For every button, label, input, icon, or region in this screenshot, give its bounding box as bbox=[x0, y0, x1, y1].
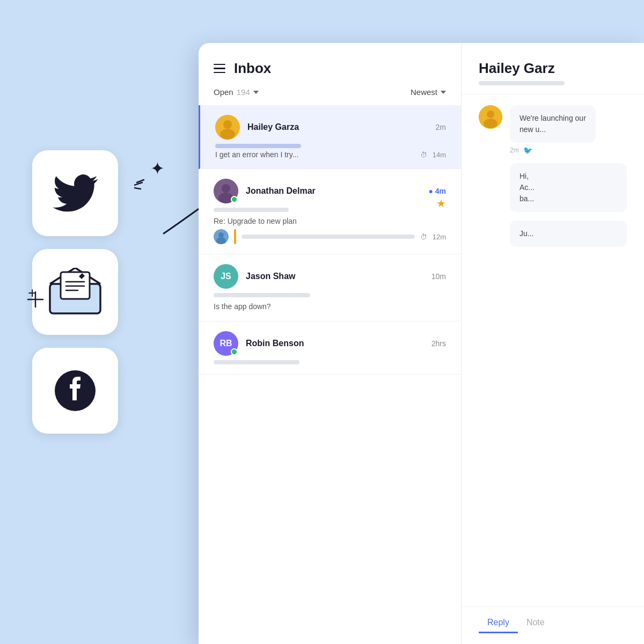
inbox-filters: Open 194 Newest bbox=[199, 87, 461, 105]
message-content-2: Hi,Ac...ba... bbox=[510, 163, 627, 212]
tab-note[interactable]: Note bbox=[518, 613, 553, 633]
detail-header: Hailey Garz bbox=[462, 43, 644, 94]
conv-preview-bar-jason bbox=[214, 293, 310, 297]
twitter-source-icon: 🐦 bbox=[523, 146, 532, 155]
inbox-panel: Inbox Open 194 Newest bbox=[199, 43, 462, 644]
reply-tabs: Reply Note bbox=[479, 607, 627, 633]
conv-time-robin: 2hrs bbox=[431, 339, 446, 348]
clock-icon-jonathan: ⏱ bbox=[420, 233, 427, 241]
open-filter-label: Open bbox=[214, 87, 233, 97]
email-icon-box[interactable] bbox=[32, 249, 118, 335]
conv-time2-jonathan: 12m bbox=[433, 233, 446, 241]
facebook-icon-box[interactable] bbox=[32, 348, 118, 434]
svg-point-20 bbox=[484, 119, 497, 128]
conv-time-jonathan: ● 4m bbox=[428, 187, 446, 195]
conversation-item-hailey[interactable]: Hailey Garza 2m I get an error when I tr… bbox=[199, 105, 461, 169]
open-filter-button[interactable]: Open 194 bbox=[214, 87, 259, 97]
avatar-jason: JS bbox=[214, 264, 238, 289]
social-icons-container bbox=[32, 150, 118, 434]
conv-subject-jonathan: Re: Upgrade to new plan bbox=[214, 217, 297, 225]
conv-name-jonathan: Jonathan Delmar bbox=[246, 186, 316, 196]
avatar-jonathan bbox=[214, 179, 238, 203]
svg-point-13 bbox=[222, 184, 230, 193]
sort-label: Newest bbox=[411, 87, 437, 97]
conv-time2-hailey: 14m bbox=[433, 151, 446, 159]
conv-preview-bar-hailey bbox=[215, 144, 301, 148]
detail-contact-name: Hailey Garz bbox=[479, 60, 627, 77]
online-indicator-robin bbox=[231, 348, 238, 355]
message-item-2: Hi,Ac...ba... bbox=[510, 163, 627, 212]
tab-reply[interactable]: Reply bbox=[479, 613, 518, 633]
open-filter-chevron-icon bbox=[253, 91, 259, 94]
svg-point-10 bbox=[223, 120, 232, 129]
conversation-item-robin[interactable]: RB Robin Benson 2hrs bbox=[199, 321, 461, 375]
online-indicator-jonathan bbox=[231, 196, 238, 203]
avatar-hailey bbox=[215, 115, 240, 140]
svg-point-16 bbox=[218, 232, 224, 238]
conv-name-hailey: Hailey Garza bbox=[247, 122, 299, 132]
message-content-3: Ju... bbox=[510, 221, 627, 247]
messages-area: We're launching ournew u... 2m 🐦 Hi,Ac..… bbox=[462, 94, 644, 606]
message-avatar-hailey bbox=[479, 105, 502, 129]
conv-preview-bar-jonathan bbox=[214, 208, 289, 212]
message-item-3: Ju... bbox=[510, 221, 627, 247]
detail-footer: Reply Note bbox=[462, 606, 644, 644]
conv-time-hailey: 2m bbox=[436, 123, 446, 131]
message-text-3: Ju... bbox=[519, 228, 617, 239]
clock-icon-hailey: ⏱ bbox=[420, 151, 427, 159]
message-text-1: We're launching ournew u... bbox=[519, 113, 586, 135]
conv-subject-jason: Is the app down? bbox=[214, 302, 271, 311]
svg-point-19 bbox=[487, 111, 494, 118]
star-icon-jonathan: ★ bbox=[436, 197, 446, 210]
message-time-1: 2m bbox=[510, 147, 519, 154]
inbox-header: Inbox bbox=[199, 43, 461, 87]
twitter-icon-box[interactable] bbox=[32, 150, 118, 236]
yellow-bar-jonathan bbox=[234, 229, 236, 244]
message-item-1: We're launching ournew u... 2m 🐦 bbox=[479, 105, 627, 155]
inbox-title: Inbox bbox=[234, 60, 271, 77]
conversation-item-jason[interactable]: JS Jason Shaw 10m Is the app down? bbox=[199, 254, 461, 321]
conv-preview-hailey: I get an error when I try... bbox=[215, 150, 298, 159]
open-count: 194 bbox=[237, 87, 250, 97]
conv-preview-text-jonathan bbox=[241, 235, 415, 239]
conv-name-robin: Robin Benson bbox=[246, 339, 304, 348]
message-content-1: We're launching ournew u... bbox=[510, 105, 596, 143]
detail-subtitle-bar bbox=[479, 81, 565, 85]
mini-avatar-jonathan bbox=[214, 229, 229, 244]
conversation-item-jonathan[interactable]: Jonathan Delmar ● 4m ★ Re: Upgrade to ne… bbox=[199, 169, 461, 254]
message-text-2: Hi,Ac...ba... bbox=[519, 171, 617, 204]
conv-time-jason: 10m bbox=[431, 272, 446, 281]
conversation-list: Hailey Garza 2m I get an error when I tr… bbox=[199, 105, 461, 644]
detail-panel: Hailey Garz We're launching ournew u... bbox=[462, 43, 644, 644]
svg-point-11 bbox=[220, 129, 235, 140]
conv-name-jason: Jason Shaw bbox=[246, 272, 295, 281]
sort-filter-chevron-icon bbox=[441, 91, 446, 94]
main-panel: Inbox Open 194 Newest bbox=[199, 43, 644, 644]
conv-preview-bar-robin bbox=[214, 360, 299, 364]
sort-filter-button[interactable]: Newest bbox=[411, 87, 446, 97]
hamburger-menu-button[interactable] bbox=[214, 64, 225, 74]
